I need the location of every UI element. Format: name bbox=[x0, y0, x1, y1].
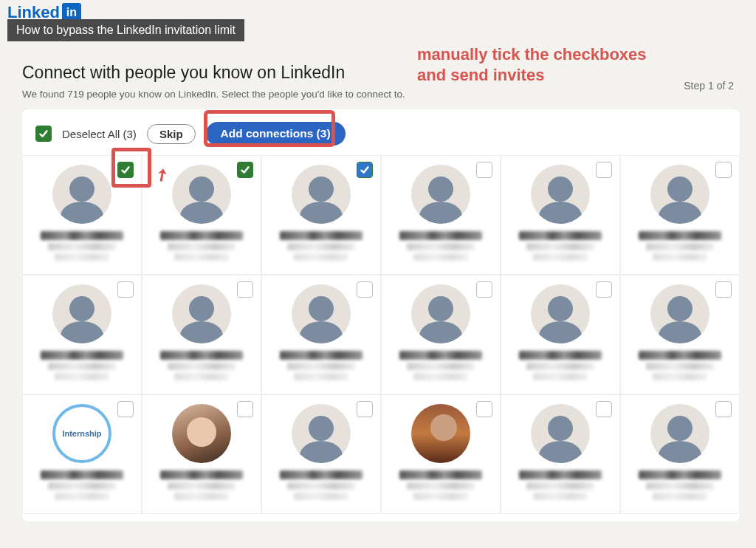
person-card[interactable] bbox=[620, 275, 740, 394]
person-checkbox[interactable] bbox=[476, 281, 492, 298]
person-subtitle-blurred bbox=[287, 243, 355, 250]
person-card[interactable]: Internship bbox=[22, 394, 142, 514]
person-subtitle-blurred bbox=[407, 482, 475, 490]
avatar bbox=[411, 284, 470, 343]
select-all-checkbox[interactable] bbox=[35, 126, 52, 142]
person-checkbox[interactable] bbox=[596, 162, 612, 178]
person-meta-blurred bbox=[55, 373, 110, 380]
page-subtitle: We found 719 people you know on LinkedIn… bbox=[22, 89, 740, 100]
avatar bbox=[650, 404, 709, 463]
person-subtitle-blurred bbox=[168, 482, 236, 490]
person-meta-blurred bbox=[294, 253, 349, 261]
person-name-blurred bbox=[399, 351, 482, 360]
person-checkbox[interactable] bbox=[715, 401, 732, 417]
person-name-blurred bbox=[160, 231, 243, 240]
person-subtitle-blurred bbox=[526, 243, 594, 250]
person-name-blurred bbox=[41, 351, 123, 360]
skip-button[interactable]: Skip bbox=[147, 124, 196, 144]
person-meta-blurred bbox=[174, 493, 230, 500]
person-name-blurred bbox=[41, 470, 123, 479]
person-name-blurred bbox=[639, 470, 721, 479]
person-card[interactable] bbox=[501, 394, 620, 514]
person-checkbox[interactable] bbox=[476, 401, 492, 417]
avatar bbox=[172, 404, 231, 463]
person-subtitle-blurred bbox=[48, 482, 116, 490]
connections-card: Deselect All (3) Skip Add connections (3… bbox=[22, 109, 740, 521]
avatar: Internship bbox=[52, 404, 111, 463]
person-card[interactable] bbox=[381, 394, 501, 514]
person-checkbox[interactable] bbox=[117, 162, 134, 178]
person-checkbox[interactable] bbox=[117, 401, 134, 417]
avatar bbox=[52, 165, 111, 224]
person-name-blurred bbox=[519, 231, 602, 240]
person-checkbox[interactable] bbox=[596, 281, 612, 298]
person-subtitle-blurred bbox=[168, 363, 236, 370]
person-meta-blurred bbox=[533, 253, 588, 261]
avatar bbox=[292, 404, 351, 463]
person-meta-blurred bbox=[413, 493, 469, 500]
person-meta-blurred bbox=[413, 253, 469, 261]
person-card[interactable] bbox=[501, 275, 620, 394]
person-card[interactable] bbox=[22, 275, 142, 394]
person-card[interactable] bbox=[501, 155, 620, 275]
person-meta-blurred bbox=[55, 493, 110, 500]
person-checkbox[interactable] bbox=[357, 401, 373, 417]
avatar bbox=[411, 165, 470, 224]
person-name-blurred bbox=[639, 231, 721, 240]
person-card[interactable] bbox=[261, 275, 381, 394]
person-card[interactable] bbox=[142, 155, 261, 275]
person-meta-blurred bbox=[294, 373, 349, 380]
person-name-blurred bbox=[280, 231, 362, 240]
person-card[interactable] bbox=[620, 394, 740, 514]
person-card[interactable] bbox=[620, 155, 740, 275]
person-card[interactable] bbox=[261, 394, 381, 514]
person-checkbox[interactable] bbox=[596, 401, 612, 417]
person-meta-blurred bbox=[174, 253, 230, 261]
person-meta-blurred bbox=[533, 373, 588, 380]
page-title: Connect with people you know on LinkedIn bbox=[22, 63, 740, 83]
deselect-all-label[interactable]: Deselect All (3) bbox=[62, 128, 137, 140]
person-card[interactable] bbox=[381, 275, 501, 394]
person-subtitle-blurred bbox=[407, 243, 475, 250]
person-checkbox[interactable] bbox=[476, 162, 492, 178]
person-card[interactable] bbox=[22, 155, 142, 275]
person-subtitle-blurred bbox=[407, 363, 475, 370]
avatar bbox=[292, 284, 351, 343]
person-name-blurred bbox=[280, 470, 362, 479]
person-checkbox[interactable] bbox=[237, 281, 253, 298]
avatar bbox=[172, 284, 231, 343]
avatar bbox=[531, 284, 590, 343]
person-card[interactable] bbox=[261, 155, 381, 275]
person-checkbox[interactable] bbox=[357, 162, 373, 178]
person-name-blurred bbox=[41, 231, 123, 240]
person-subtitle-blurred bbox=[168, 243, 236, 250]
person-meta-blurred bbox=[55, 253, 110, 261]
person-name-blurred bbox=[160, 351, 243, 360]
person-checkbox[interactable] bbox=[237, 162, 253, 178]
person-card[interactable] bbox=[381, 155, 501, 275]
person-checkbox[interactable] bbox=[117, 281, 134, 298]
person-name-blurred bbox=[399, 470, 482, 479]
person-card[interactable] bbox=[142, 394, 261, 514]
person-card[interactable] bbox=[142, 275, 261, 394]
avatar bbox=[531, 404, 590, 463]
person-checkbox[interactable] bbox=[237, 401, 253, 417]
person-subtitle-blurred bbox=[48, 243, 116, 250]
avatar bbox=[650, 284, 709, 343]
toolbar: Deselect All (3) Skip Add connections (3… bbox=[22, 109, 740, 155]
tutorial-caption: How to bypass the LinkedIn invitation li… bbox=[7, 19, 244, 41]
step-indicator: Step 1 of 2 bbox=[684, 80, 734, 92]
person-meta-blurred bbox=[653, 373, 708, 380]
person-checkbox[interactable] bbox=[357, 281, 373, 298]
annotation-line-1: manually tick the checkboxes bbox=[417, 44, 647, 65]
person-subtitle-blurred bbox=[287, 363, 355, 370]
person-checkbox[interactable] bbox=[715, 162, 732, 178]
add-connections-button[interactable]: Add connections (3) bbox=[206, 122, 346, 145]
person-meta-blurred bbox=[294, 493, 349, 500]
person-checkbox[interactable] bbox=[715, 281, 732, 298]
person-meta-blurred bbox=[533, 493, 588, 500]
person-name-blurred bbox=[639, 351, 721, 360]
person-subtitle-blurred bbox=[646, 243, 714, 250]
avatar bbox=[531, 165, 590, 224]
person-name-blurred bbox=[280, 351, 362, 360]
